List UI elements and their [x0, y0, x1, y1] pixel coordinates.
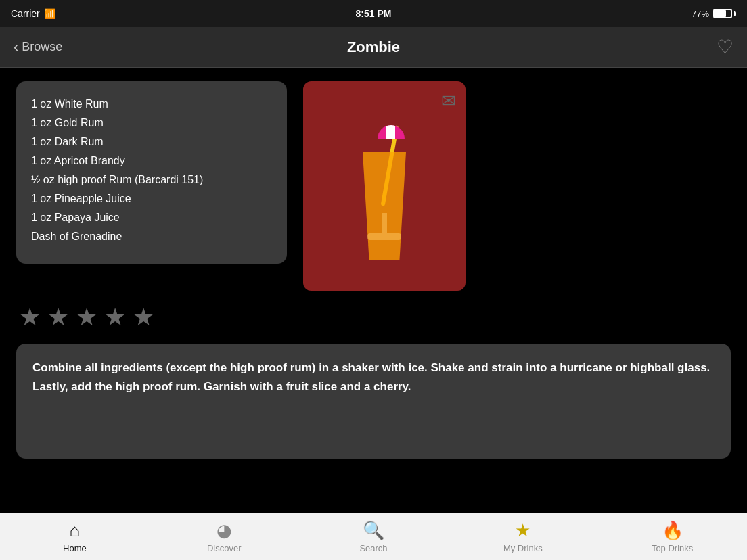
wifi-icon: 📶	[44, 8, 55, 19]
back-label: Browse	[22, 40, 62, 54]
ingredient-item: 1 oz Dark Rum	[31, 133, 272, 151]
email-button[interactable]: ✉	[441, 91, 456, 112]
top-section: 1 oz White Rum1 oz Gold Rum1 oz Dark Rum…	[16, 81, 731, 291]
tab-home-label: Home	[63, 543, 87, 553]
page-title: Zombie	[347, 39, 400, 56]
glass-illustration	[350, 112, 418, 260]
ingredient-item: Dash of Grenadine	[31, 227, 272, 246]
star-3[interactable]: ★	[76, 303, 97, 331]
mydrinks-icon: ★	[515, 520, 530, 541]
battery-percent: 77%	[692, 9, 709, 19]
topdrinks-icon: 🔥	[662, 520, 683, 541]
search-icon: 🔍	[363, 520, 384, 541]
back-button[interactable]: ‹ Browse	[14, 39, 62, 56]
tab-mydrinks-label: My Drinks	[503, 543, 543, 553]
home-icon: ⌂	[70, 520, 81, 541]
ingredients-box: 1 oz White Rum1 oz Gold Rum1 oz Dark Rum…	[16, 81, 287, 264]
carrier-label: Carrier	[11, 8, 40, 19]
rating-stars[interactable]: ★ ★ ★ ★ ★	[16, 303, 731, 331]
discover-icon: ◕	[217, 520, 232, 541]
time-label: 8:51 PM	[356, 8, 392, 19]
chevron-left-icon: ‹	[14, 39, 18, 56]
umbrella	[378, 125, 405, 139]
ingredient-item: 1 oz Pineapple Juice	[31, 189, 272, 208]
tab-search-label: Search	[359, 543, 387, 553]
nav-bar: ‹ Browse Zombie ♡	[0, 27, 747, 68]
tab-mydrinks[interactable]: ★ My Drinks	[448, 513, 597, 560]
ingredient-item: ½ oz high proof Rum (Barcardi 151)	[31, 170, 272, 189]
tab-search[interactable]: 🔍 Search	[299, 513, 449, 560]
glass-base	[367, 233, 401, 240]
tab-topdrinks-label: Top Drinks	[652, 543, 693, 553]
instructions-box: Combine all ingredients (except the high…	[16, 344, 731, 459]
star-2[interactable]: ★	[47, 303, 69, 331]
tab-bar: ⌂ Home ◕ Discover 🔍 Search ★ My Drinks 🔥…	[0, 513, 747, 560]
ingredient-item: 1 oz Papaya Juice	[31, 208, 272, 227]
star-4[interactable]: ★	[104, 303, 126, 331]
tab-discover[interactable]: ◕ Discover	[150, 513, 299, 560]
tab-discover-label: Discover	[207, 543, 242, 553]
image-section: ✉	[303, 81, 466, 291]
main-content: 1 oz White Rum1 oz Gold Rum1 oz Dark Rum…	[0, 68, 747, 513]
drink-image	[303, 81, 466, 291]
star-1[interactable]: ★	[19, 303, 41, 331]
ingredient-item: 1 oz Apricot Brandy	[31, 151, 272, 170]
instructions-text: Combine all ingredients (except the high…	[32, 358, 715, 396]
ingredient-item: 1 oz White Rum	[31, 95, 272, 114]
battery-icon	[713, 9, 736, 18]
ingredients-list: 1 oz White Rum1 oz Gold Rum1 oz Dark Rum…	[31, 95, 272, 246]
star-5[interactable]: ★	[133, 303, 154, 331]
favorite-button[interactable]: ♡	[717, 36, 733, 58]
glass-body	[357, 152, 411, 260]
tab-home[interactable]: ⌂ Home	[0, 513, 150, 560]
status-bar: Carrier 📶 8:51 PM 77%	[0, 0, 747, 27]
glass-stem	[382, 213, 387, 233]
ingredient-item: 1 oz Gold Rum	[31, 114, 272, 133]
tab-topdrinks[interactable]: 🔥 Top Drinks	[597, 513, 747, 560]
